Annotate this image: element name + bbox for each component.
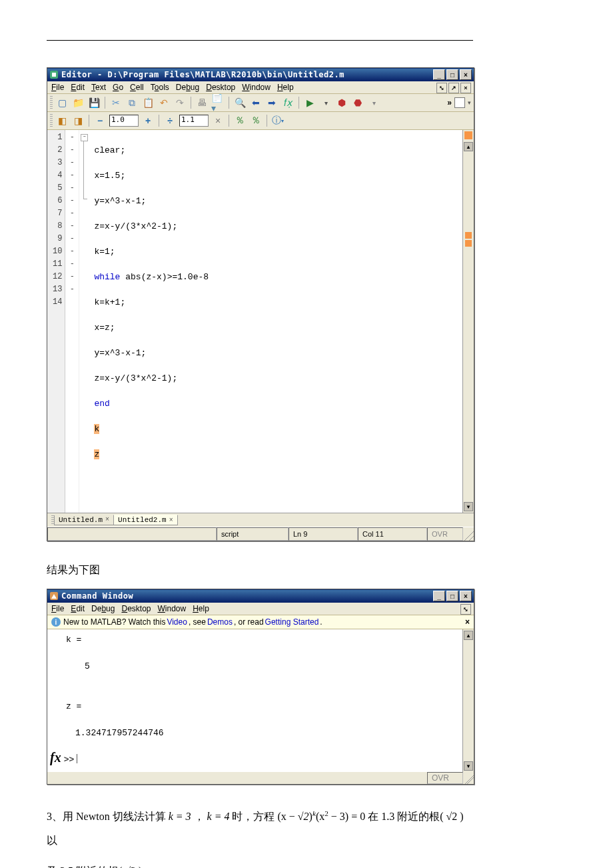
insert-cell-icon[interactable]: ◨ — [71, 114, 85, 127]
menu-edit[interactable]: Edit — [71, 604, 85, 613]
demos-link[interactable]: Demos — [207, 617, 233, 627]
info-bar: i New to MATLAB? Watch this Video , see … — [47, 615, 474, 629]
divide-icon[interactable]: ÷ — [163, 114, 177, 127]
page-rule — [47, 40, 473, 41]
menu-go[interactable]: Go — [113, 83, 123, 92]
plus-icon[interactable]: + — [141, 114, 155, 127]
code-content[interactable]: clear; x=1.5; y=x^3-x-1; z=x-y/(3*x^2-1)… — [90, 130, 462, 513]
cell-mode-icon[interactable]: ◧ — [55, 114, 69, 127]
output-value: 1.324717957244746 — [66, 727, 456, 740]
code-area[interactable]: 1 2 3 4 5 6 7 8 9 10 11 12 13 14 -- -- -… — [47, 130, 474, 513]
minimize-button[interactable]: _ — [433, 591, 445, 601]
minimize-button[interactable]: _ — [433, 69, 445, 80]
close-icon[interactable]: × — [169, 517, 173, 524]
cmd-titlebar[interactable]: Command Window _ □ × — [47, 589, 474, 603]
line-num: 12 — [53, 271, 62, 283]
multiply-icon[interactable]: × — [211, 114, 225, 127]
line-num: 4 — [53, 169, 62, 182]
info-icon[interactable]: ⓘ▾ — [271, 114, 285, 127]
stack-dropdown-icon[interactable]: ▾ — [367, 96, 380, 109]
breakpoint-column[interactable]: -- -- -- -- -- -- - — [65, 130, 79, 513]
maximize-button[interactable]: □ — [446, 591, 458, 601]
menu-desktop[interactable]: Desktop — [121, 604, 151, 613]
percent-icon-2[interactable]: ％ — [249, 114, 263, 127]
line-num: 2 — [53, 144, 62, 157]
toolbar-chevron[interactable]: » — [447, 98, 452, 107]
svg-rect-1 — [52, 73, 56, 77]
toolbar-grip[interactable] — [50, 96, 53, 109]
status-ovr: OVR — [427, 772, 463, 784]
scroll-up-icon[interactable]: ▲ — [464, 631, 473, 640]
menu-edit[interactable]: Edit — [71, 83, 85, 92]
menu-help[interactable]: Help — [277, 83, 294, 92]
forward-icon[interactable]: ➡ — [265, 96, 279, 109]
lint-marker-icon[interactable] — [465, 240, 472, 247]
tab-label: Untitled2.m — [118, 516, 167, 524]
video-link[interactable]: Video — [167, 617, 187, 627]
getting-started-link[interactable]: Getting Started — [265, 617, 319, 627]
vertical-scrollbar[interactable]: ▲ ▼ — [462, 130, 474, 513]
undock-icon[interactable]: ↗ — [448, 83, 459, 93]
open-file-icon[interactable]: 📁 — [71, 96, 85, 109]
menu-debug[interactable]: Debug — [176, 83, 199, 92]
resize-grip-icon[interactable] — [463, 527, 474, 541]
toolbar-grip-2[interactable] — [50, 114, 53, 127]
scroll-down-icon[interactable]: ▼ — [464, 502, 473, 511]
menu-cell[interactable]: Cell — [130, 83, 144, 92]
output-line: k = — [66, 633, 456, 647]
fold-column[interactable]: - — [79, 130, 90, 513]
fx-prompt[interactable]: fx>> — [50, 751, 77, 767]
menu-help[interactable]: Help — [193, 604, 209, 613]
minus-icon[interactable]: − — [93, 114, 107, 127]
percent-icon-1[interactable]: ％ — [233, 114, 247, 127]
run-dropdown-icon[interactable]: ▾ — [319, 96, 332, 109]
lint-marker-icon[interactable] — [465, 232, 472, 239]
close-icon[interactable]: × — [105, 516, 109, 523]
line-num: 13 — [53, 283, 62, 296]
menu-tools[interactable]: Tools — [151, 83, 169, 92]
close-button[interactable]: × — [460, 591, 472, 601]
file-tab-active[interactable]: Untitled2.m × — [113, 515, 178, 525]
cell-input-1[interactable]: 1.0 — [109, 115, 139, 127]
resize-grip-icon[interactable] — [463, 772, 474, 784]
paste-icon[interactable]: 📋 — [141, 96, 155, 109]
app-icon — [49, 70, 59, 79]
menu-window[interactable]: Window — [157, 604, 186, 613]
toolbar-box[interactable] — [454, 97, 465, 108]
new-file-icon[interactable]: ▢ — [55, 96, 69, 109]
redo-icon[interactable]: ↷ — [173, 96, 187, 109]
maximize-button[interactable]: □ — [446, 69, 458, 80]
toolbar-dropdown-icon[interactable]: ▾ — [468, 99, 471, 106]
back-icon[interactable]: ⬅ — [249, 96, 263, 109]
cut-icon[interactable]: ✂ — [109, 96, 123, 109]
cmd-scrollbar[interactable]: ▲ ▼ — [462, 629, 474, 772]
function-icon[interactable]: fx̣ — [281, 96, 295, 109]
cmd-output[interactable]: k = 5 z = 1.324717957244746 fx>> — [47, 629, 462, 772]
save-icon[interactable]: 💾 — [87, 96, 101, 109]
debug-stack-icon[interactable]: ⬣ — [351, 96, 364, 109]
menu-debug[interactable]: Debug — [91, 604, 115, 613]
menu-file[interactable]: File — [51, 604, 64, 613]
dock-icon[interactable]: ⤡ — [436, 83, 447, 93]
run-icon[interactable]: ▶ — [303, 96, 316, 109]
find-icon[interactable]: 🔍 — [233, 96, 247, 109]
undo-icon[interactable]: ↶ — [157, 96, 171, 109]
breakpoint-icon[interactable]: ⬢ — [335, 96, 348, 109]
dock-icon[interactable]: ⤡ — [460, 604, 471, 615]
close-panel-icon[interactable]: × — [460, 83, 471, 93]
menu-window[interactable]: Window — [242, 83, 271, 92]
print-icon[interactable]: 🖶 — [195, 96, 209, 109]
close-button[interactable]: × — [460, 69, 472, 80]
editor-titlebar[interactable]: Editor - D:\Program Files\MATLAB\R2010b\… — [47, 68, 474, 81]
scroll-down-icon[interactable]: ▼ — [464, 761, 473, 771]
copy-icon[interactable]: ⧉ — [125, 96, 139, 109]
menu-desktop[interactable]: Desktop — [206, 83, 235, 92]
scroll-up-icon[interactable]: ▲ — [464, 142, 473, 151]
info-text: . — [320, 617, 322, 627]
cell-input-2[interactable]: 1.1 — [179, 115, 209, 127]
info-close-icon[interactable]: × — [465, 617, 470, 627]
menu-file[interactable]: File — [51, 83, 64, 92]
menu-text[interactable]: Text — [91, 83, 106, 92]
publish-icon[interactable]: 📄▾ — [211, 96, 225, 109]
file-tab[interactable]: Untitled.m × — [54, 515, 114, 525]
